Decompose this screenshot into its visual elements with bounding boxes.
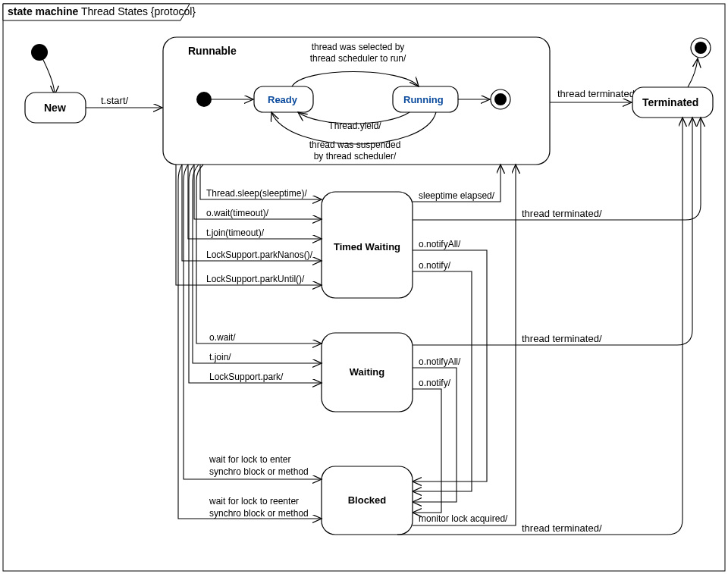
state-runnable-label: Runnable — [188, 45, 237, 57]
blk-t1a: wait for lock to reenter — [209, 496, 299, 507]
tw-b1: o.notifyAll/ — [419, 239, 461, 249]
blk-back: monitor lock acquired/ — [419, 513, 508, 524]
tw-b2: o.notify/ — [419, 260, 451, 271]
state-terminated-label: Terminated — [642, 96, 698, 108]
trans-tstart-label: t.start/ — [101, 95, 129, 106]
state-machine-diagram: state machine Thread States {protocol} N… — [0, 0, 728, 574]
tw-b0: sleeptime elapsed/ — [419, 190, 495, 201]
state-new-label: New — [44, 102, 66, 114]
runnable-initial-icon — [196, 92, 212, 107]
w-term: thread terminated/ — [522, 333, 602, 344]
tw-t3: LockSupport.parkNanos()/ — [206, 249, 313, 260]
label-susp-1: thread was suspended — [309, 140, 401, 150]
blk-t1b: synchro block or method — [209, 508, 309, 519]
tw-t0: Thread.sleep(sleeptime)/ — [206, 188, 307, 199]
state-blocked-label: Blocked — [348, 494, 387, 506]
frame-title: state machine Thread States {protocol} — [8, 5, 196, 17]
state-ready-label: Ready — [268, 94, 298, 105]
blk-term: thread terminated/ — [522, 522, 602, 534]
runnable-final-inner-icon — [494, 93, 507, 105]
tw-t4: LockSupport.parkUntil()/ — [206, 274, 305, 284]
label-yield: Thread.yield/ — [328, 121, 381, 131]
w-t1: t.join/ — [209, 352, 231, 362]
w-b0: o.notifyAll/ — [419, 356, 461, 367]
w-t2: LockSupport.park/ — [209, 372, 284, 382]
w-t0: o.wait/ — [209, 332, 236, 343]
initial-state-icon — [31, 44, 48, 61]
tw-t2: t.join(timeout)/ — [206, 227, 265, 238]
outer-final-inner-icon — [695, 42, 707, 54]
tw-t1: o.wait(timeout)/ — [206, 208, 269, 218]
state-running-label: Running — [403, 94, 444, 105]
state-waiting-label: Waiting — [350, 366, 385, 378]
tw-term: thread terminated/ — [522, 208, 602, 219]
w-b1: o.notify/ — [419, 378, 451, 388]
blk-t0b: synchro block or method — [209, 466, 309, 477]
label-selected-2: thread scheduler to run/ — [310, 53, 406, 64]
label-term-main: thread terminated/ — [557, 88, 638, 99]
state-timed-waiting-label: Timed Waiting — [334, 241, 400, 252]
blk-t0a: wait for lock to enter — [209, 454, 290, 465]
label-susp-2: by thread scheduler/ — [314, 151, 397, 162]
label-selected-1: thread was selected by — [312, 42, 405, 52]
